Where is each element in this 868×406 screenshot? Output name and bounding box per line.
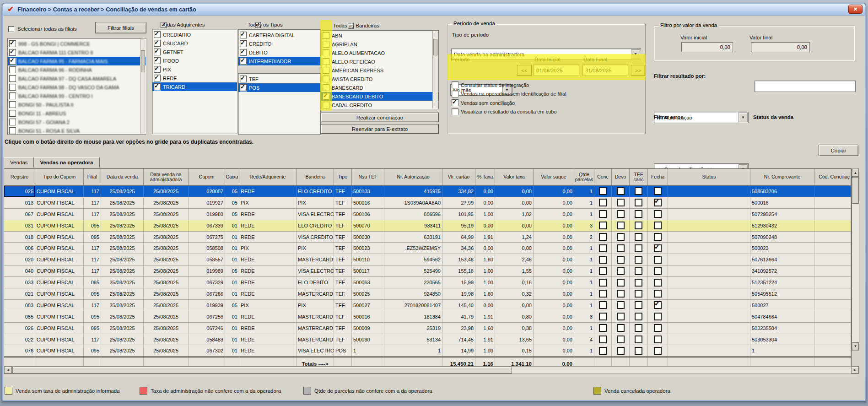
item-checkbox[interactable] [9, 127, 16, 134]
row-checkbox[interactable] [599, 301, 607, 309]
row-checkbox[interactable] [617, 313, 625, 320]
row-checkbox[interactable] [635, 210, 642, 218]
item-checkbox[interactable] [9, 119, 16, 125]
row-checkbox[interactable] [617, 301, 625, 309]
list-item[interactable]: TEF [238, 75, 320, 83]
item-checkbox[interactable] [9, 84, 16, 91]
cell-checkbox[interactable] [630, 300, 648, 311]
row-checkbox[interactable] [617, 222, 625, 229]
valor-final-input[interactable]: 0,00 [751, 42, 810, 52]
scroll-up-icon[interactable]: ▲ [852, 169, 859, 177]
cell-checkbox[interactable] [630, 323, 648, 334]
row-checkbox[interactable] [654, 301, 662, 309]
table-row[interactable]: 033CUPOM FISCAL09525/08/202525/08/202506… [4, 277, 851, 288]
chevron-down-icon[interactable]: ▼ [739, 113, 748, 122]
cell-checkbox[interactable] [594, 345, 612, 356]
list-item[interactable]: BALCAO FARMA 97 - DQ CASA AMARELA [8, 74, 146, 83]
list-item[interactable]: BANESCARD DEBITO [321, 92, 438, 101]
list-item[interactable]: PIX [152, 65, 237, 74]
column-header[interactable]: Nr. Autorização [384, 169, 442, 186]
row-checkbox[interactable] [635, 336, 642, 343]
item-checkbox[interactable] [9, 66, 16, 73]
cell-checkbox[interactable] [630, 209, 648, 220]
table-row[interactable]: 018CUPOM FISCAL09525/08/202525/08/202506… [4, 232, 851, 243]
cell-checkbox[interactable] [648, 265, 668, 276]
table-row[interactable]: 083CUPOM FISCAL11725/08/202525/08/202501… [4, 300, 851, 311]
cell-checkbox[interactable] [630, 220, 648, 231]
row-checkbox[interactable] [599, 233, 607, 241]
cell-checkbox[interactable] [648, 288, 668, 299]
cell-checkbox[interactable] [612, 323, 630, 334]
cell-checkbox[interactable] [594, 186, 612, 197]
list-item[interactable]: TRICARD [152, 82, 237, 91]
row-checkbox[interactable] [635, 187, 642, 195]
bandeiras-scrollbar[interactable] [432, 31, 438, 108]
column-header[interactable]: Cód. Conciliaç [814, 169, 851, 186]
table-row[interactable]: 013CUPOM FISCAL11725/08/202525/08/202501… [4, 197, 851, 209]
cell-checkbox[interactable] [612, 254, 630, 265]
row-checkbox[interactable] [654, 256, 662, 264]
item-checkbox[interactable] [154, 75, 161, 81]
cell-checkbox[interactable] [594, 277, 612, 288]
item-checkbox[interactable] [9, 75, 16, 82]
column-header[interactable]: Fecha [648, 169, 668, 186]
row-checkbox[interactable] [635, 324, 642, 332]
item-checkbox[interactable] [452, 91, 458, 97]
item-checkbox[interactable] [9, 40, 16, 47]
cell-checkbox[interactable] [594, 220, 612, 231]
cell-checkbox[interactable] [612, 186, 630, 197]
cell-checkbox[interactable] [612, 243, 630, 254]
list-item[interactable]: CARTEIRA DIGITAL [238, 31, 320, 39]
cell-checkbox[interactable] [594, 197, 612, 208]
cell-checkbox[interactable] [648, 300, 668, 311]
item-checkbox[interactable] [323, 32, 329, 39]
cell-checkbox[interactable] [648, 209, 668, 220]
list-item[interactable]: BALCAO FARMA 95 - FARMACIA MAIS [8, 57, 146, 65]
row-checkbox[interactable] [635, 256, 642, 264]
cell-checkbox[interactable] [594, 243, 612, 254]
row-checkbox[interactable] [617, 256, 625, 264]
cell-checkbox[interactable] [612, 334, 630, 345]
item-checkbox[interactable] [9, 58, 16, 65]
list-item[interactable]: ALELO ALIMENTACAO [321, 49, 438, 57]
table-row[interactable]: 025CUPOM FISCAL11725/08/202525/08/202502… [4, 186, 851, 197]
row-checkbox[interactable] [635, 244, 642, 252]
list-item[interactable]: BONGI 11 - ABREUS [8, 109, 146, 118]
list-item[interactable]: Consultar status de integração [450, 81, 643, 90]
item-checkbox[interactable] [154, 40, 161, 47]
row-checkbox[interactable] [654, 267, 662, 275]
row-checkbox[interactable] [654, 233, 662, 241]
column-header[interactable]: Filial [84, 169, 101, 186]
row-checkbox[interactable] [617, 336, 625, 343]
list-item[interactable]: AVISTA CREDITO [321, 75, 438, 83]
item-checkbox[interactable] [240, 40, 247, 47]
row-checkbox[interactable] [635, 313, 642, 320]
column-header[interactable]: Bandeira [297, 169, 334, 186]
item-checkbox[interactable] [323, 58, 329, 65]
row-checkbox[interactable] [599, 290, 607, 298]
cell-checkbox[interactable] [648, 254, 668, 265]
cell-checkbox[interactable] [612, 265, 630, 276]
row-checkbox[interactable] [599, 279, 607, 287]
row-checkbox[interactable] [617, 244, 625, 252]
table-row[interactable]: 026CUPOM FISCAL09525/08/202525/08/202506… [4, 323, 851, 334]
row-checkbox[interactable] [654, 279, 662, 287]
list-item[interactable]: BALCAO FARMA 111 CENTRO II [8, 48, 146, 57]
list-item[interactable]: BONGI 51 - ROSA E SILVA [8, 126, 146, 135]
item-checkbox[interactable] [323, 84, 329, 91]
item-checkbox[interactable] [240, 49, 247, 56]
column-header[interactable]: Devo [612, 169, 630, 186]
item-checkbox[interactable] [323, 49, 329, 56]
table-row[interactable]: 022CUPOM FISCAL11725/08/202525/08/202505… [4, 334, 851, 346]
row-checkbox[interactable] [635, 290, 642, 298]
row-checkbox[interactable] [599, 256, 607, 264]
item-checkbox[interactable] [154, 57, 161, 64]
row-checkbox[interactable] [635, 233, 642, 241]
column-header[interactable]: Valor saque [534, 169, 574, 186]
item-checkbox[interactable] [154, 49, 161, 55]
row-checkbox[interactable] [635, 199, 642, 206]
row-checkbox[interactable] [654, 324, 662, 332]
column-header[interactable]: Caixa [225, 169, 239, 186]
row-checkbox[interactable] [654, 210, 662, 218]
filtrar-filiais-button[interactable]: Filtrar filiais [95, 22, 146, 33]
